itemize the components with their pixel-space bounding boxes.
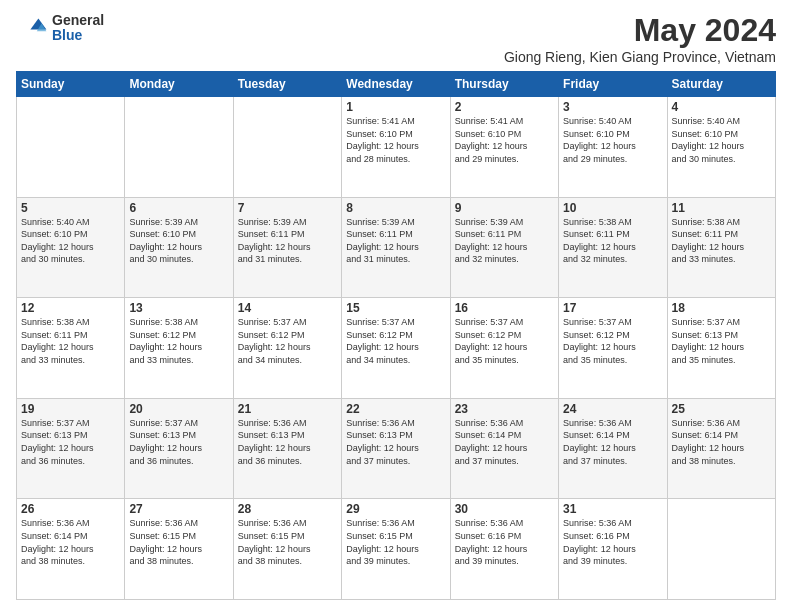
title-block: May 2024 Giong Rieng, Kien Giang Provinc… <box>504 12 776 65</box>
table-row: 3Sunrise: 5:40 AM Sunset: 6:10 PM Daylig… <box>559 97 667 198</box>
col-sunday: Sunday <box>17 72 125 97</box>
table-row: 2Sunrise: 5:41 AM Sunset: 6:10 PM Daylig… <box>450 97 558 198</box>
day-number: 24 <box>563 402 662 416</box>
day-number: 17 <box>563 301 662 315</box>
day-details: Sunrise: 5:36 AM Sunset: 6:15 PM Dayligh… <box>129 517 228 567</box>
col-monday: Monday <box>125 72 233 97</box>
day-number: 11 <box>672 201 771 215</box>
day-number: 23 <box>455 402 554 416</box>
header: General Blue May 2024 Giong Rieng, Kien … <box>16 12 776 65</box>
table-row: 19Sunrise: 5:37 AM Sunset: 6:13 PM Dayli… <box>17 398 125 499</box>
table-row: 14Sunrise: 5:37 AM Sunset: 6:12 PM Dayli… <box>233 298 341 399</box>
day-number: 4 <box>672 100 771 114</box>
col-friday: Friday <box>559 72 667 97</box>
day-number: 18 <box>672 301 771 315</box>
table-row: 31Sunrise: 5:36 AM Sunset: 6:16 PM Dayli… <box>559 499 667 600</box>
day-details: Sunrise: 5:40 AM Sunset: 6:10 PM Dayligh… <box>21 216 120 266</box>
day-number: 7 <box>238 201 337 215</box>
day-number: 28 <box>238 502 337 516</box>
calendar-week-row: 26Sunrise: 5:36 AM Sunset: 6:14 PM Dayli… <box>17 499 776 600</box>
day-details: Sunrise: 5:36 AM Sunset: 6:14 PM Dayligh… <box>21 517 120 567</box>
table-row: 6Sunrise: 5:39 AM Sunset: 6:10 PM Daylig… <box>125 197 233 298</box>
table-row: 11Sunrise: 5:38 AM Sunset: 6:11 PM Dayli… <box>667 197 775 298</box>
logo-blue: Blue <box>52 28 104 43</box>
day-number: 21 <box>238 402 337 416</box>
day-details: Sunrise: 5:36 AM Sunset: 6:13 PM Dayligh… <box>346 417 445 467</box>
day-details: Sunrise: 5:39 AM Sunset: 6:11 PM Dayligh… <box>346 216 445 266</box>
day-details: Sunrise: 5:36 AM Sunset: 6:14 PM Dayligh… <box>563 417 662 467</box>
table-row: 25Sunrise: 5:36 AM Sunset: 6:14 PM Dayli… <box>667 398 775 499</box>
table-row <box>17 97 125 198</box>
table-row: 15Sunrise: 5:37 AM Sunset: 6:12 PM Dayli… <box>342 298 450 399</box>
day-details: Sunrise: 5:41 AM Sunset: 6:10 PM Dayligh… <box>346 115 445 165</box>
logo-text: General Blue <box>52 13 104 44</box>
table-row: 9Sunrise: 5:39 AM Sunset: 6:11 PM Daylig… <box>450 197 558 298</box>
calendar-week-row: 1Sunrise: 5:41 AM Sunset: 6:10 PM Daylig… <box>17 97 776 198</box>
table-row: 8Sunrise: 5:39 AM Sunset: 6:11 PM Daylig… <box>342 197 450 298</box>
day-details: Sunrise: 5:38 AM Sunset: 6:11 PM Dayligh… <box>21 316 120 366</box>
logo-general: General <box>52 13 104 28</box>
day-number: 19 <box>21 402 120 416</box>
day-details: Sunrise: 5:37 AM Sunset: 6:12 PM Dayligh… <box>455 316 554 366</box>
calendar-week-row: 12Sunrise: 5:38 AM Sunset: 6:11 PM Dayli… <box>17 298 776 399</box>
table-row: 24Sunrise: 5:36 AM Sunset: 6:14 PM Dayli… <box>559 398 667 499</box>
day-details: Sunrise: 5:36 AM Sunset: 6:15 PM Dayligh… <box>238 517 337 567</box>
day-details: Sunrise: 5:40 AM Sunset: 6:10 PM Dayligh… <box>563 115 662 165</box>
day-number: 5 <box>21 201 120 215</box>
day-number: 20 <box>129 402 228 416</box>
col-tuesday: Tuesday <box>233 72 341 97</box>
calendar-week-row: 5Sunrise: 5:40 AM Sunset: 6:10 PM Daylig… <box>17 197 776 298</box>
day-details: Sunrise: 5:36 AM Sunset: 6:15 PM Dayligh… <box>346 517 445 567</box>
day-details: Sunrise: 5:41 AM Sunset: 6:10 PM Dayligh… <box>455 115 554 165</box>
table-row: 4Sunrise: 5:40 AM Sunset: 6:10 PM Daylig… <box>667 97 775 198</box>
day-number: 10 <box>563 201 662 215</box>
day-details: Sunrise: 5:37 AM Sunset: 6:13 PM Dayligh… <box>21 417 120 467</box>
table-row: 18Sunrise: 5:37 AM Sunset: 6:13 PM Dayli… <box>667 298 775 399</box>
day-details: Sunrise: 5:37 AM Sunset: 6:12 PM Dayligh… <box>563 316 662 366</box>
table-row: 13Sunrise: 5:38 AM Sunset: 6:12 PM Dayli… <box>125 298 233 399</box>
col-wednesday: Wednesday <box>342 72 450 97</box>
day-details: Sunrise: 5:38 AM Sunset: 6:12 PM Dayligh… <box>129 316 228 366</box>
table-row: 29Sunrise: 5:36 AM Sunset: 6:15 PM Dayli… <box>342 499 450 600</box>
day-number: 13 <box>129 301 228 315</box>
table-row: 7Sunrise: 5:39 AM Sunset: 6:11 PM Daylig… <box>233 197 341 298</box>
day-details: Sunrise: 5:37 AM Sunset: 6:13 PM Dayligh… <box>129 417 228 467</box>
calendar-header-row: Sunday Monday Tuesday Wednesday Thursday… <box>17 72 776 97</box>
day-number: 22 <box>346 402 445 416</box>
day-number: 15 <box>346 301 445 315</box>
table-row: 21Sunrise: 5:36 AM Sunset: 6:13 PM Dayli… <box>233 398 341 499</box>
day-number: 12 <box>21 301 120 315</box>
day-details: Sunrise: 5:36 AM Sunset: 6:16 PM Dayligh… <box>563 517 662 567</box>
day-number: 8 <box>346 201 445 215</box>
day-details: Sunrise: 5:36 AM Sunset: 6:14 PM Dayligh… <box>672 417 771 467</box>
col-saturday: Saturday <box>667 72 775 97</box>
table-row: 12Sunrise: 5:38 AM Sunset: 6:11 PM Dayli… <box>17 298 125 399</box>
day-details: Sunrise: 5:37 AM Sunset: 6:12 PM Dayligh… <box>238 316 337 366</box>
table-row: 10Sunrise: 5:38 AM Sunset: 6:11 PM Dayli… <box>559 197 667 298</box>
page: General Blue May 2024 Giong Rieng, Kien … <box>0 0 792 612</box>
table-row: 17Sunrise: 5:37 AM Sunset: 6:12 PM Dayli… <box>559 298 667 399</box>
table-row: 20Sunrise: 5:37 AM Sunset: 6:13 PM Dayli… <box>125 398 233 499</box>
table-row <box>233 97 341 198</box>
calendar-week-row: 19Sunrise: 5:37 AM Sunset: 6:13 PM Dayli… <box>17 398 776 499</box>
day-number: 30 <box>455 502 554 516</box>
day-details: Sunrise: 5:39 AM Sunset: 6:10 PM Dayligh… <box>129 216 228 266</box>
day-number: 14 <box>238 301 337 315</box>
day-details: Sunrise: 5:39 AM Sunset: 6:11 PM Dayligh… <box>238 216 337 266</box>
day-details: Sunrise: 5:36 AM Sunset: 6:13 PM Dayligh… <box>238 417 337 467</box>
day-details: Sunrise: 5:40 AM Sunset: 6:10 PM Dayligh… <box>672 115 771 165</box>
logo: General Blue <box>16 12 104 44</box>
day-number: 1 <box>346 100 445 114</box>
table-row <box>125 97 233 198</box>
day-details: Sunrise: 5:39 AM Sunset: 6:11 PM Dayligh… <box>455 216 554 266</box>
logo-icon <box>16 12 48 44</box>
day-details: Sunrise: 5:38 AM Sunset: 6:11 PM Dayligh… <box>563 216 662 266</box>
day-details: Sunrise: 5:36 AM Sunset: 6:16 PM Dayligh… <box>455 517 554 567</box>
day-number: 25 <box>672 402 771 416</box>
table-row: 28Sunrise: 5:36 AM Sunset: 6:15 PM Dayli… <box>233 499 341 600</box>
table-row: 22Sunrise: 5:36 AM Sunset: 6:13 PM Dayli… <box>342 398 450 499</box>
table-row: 30Sunrise: 5:36 AM Sunset: 6:16 PM Dayli… <box>450 499 558 600</box>
day-number: 27 <box>129 502 228 516</box>
col-thursday: Thursday <box>450 72 558 97</box>
day-number: 6 <box>129 201 228 215</box>
